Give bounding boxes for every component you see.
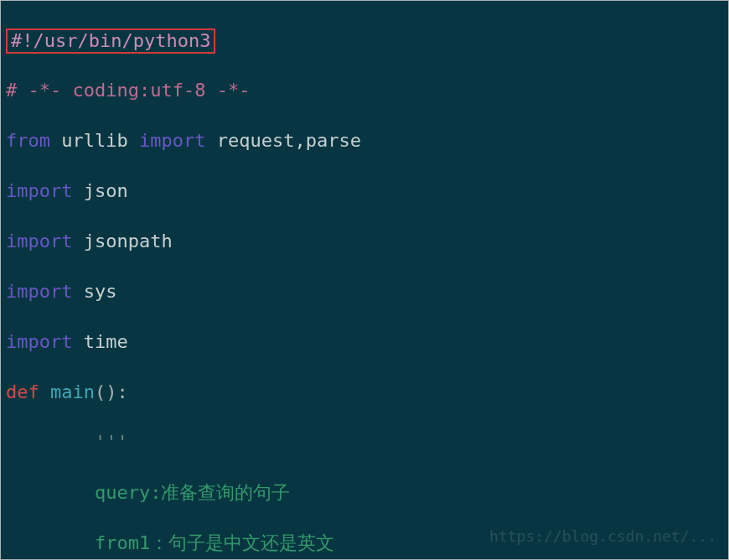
keyword-import: import (6, 231, 72, 251)
module-sys: sys (84, 281, 117, 302)
code-line: import json (6, 179, 725, 204)
module-time: time (84, 331, 128, 352)
keyword-import: import (6, 180, 72, 201)
docstring-open: ''' (6, 432, 128, 453)
keyword-import: import (6, 281, 72, 302)
coding-comment: # -*- coding:utf-8 -*- (6, 80, 250, 101)
code-line: # -*- coding:utf-8 -*- (6, 78, 725, 103)
keyword-import: import (139, 130, 205, 151)
keyword-import: import (6, 331, 72, 352)
code-line: from1：句子是中文还是英文 (6, 531, 725, 556)
docstring-line: query:准备查询的句子 (6, 482, 290, 503)
module-jsonpath: jsonpath (84, 231, 173, 251)
module-json: json (84, 180, 128, 201)
code-line: def main(): (6, 380, 725, 405)
docstring-line: from1：句子是中文还是英文 (6, 532, 334, 553)
keyword-def: def (6, 381, 39, 402)
code-line: import time (6, 329, 725, 355)
keyword-from: from (6, 130, 50, 151)
code-line: from urllib import request,parse (6, 128, 725, 153)
main-parens: (): (95, 381, 128, 402)
code-line: #!/usr/bin/python3 (6, 28, 725, 53)
func-main: main (50, 381, 95, 402)
code-line: ''' (6, 430, 725, 455)
module-urllib: urllib (61, 130, 127, 151)
shebang-highlight: #!/usr/bin/python3 (6, 29, 215, 54)
code-line: query:准备查询的句子 (6, 480, 725, 506)
import-names: request,parse (217, 130, 361, 151)
shebang-text: #!/usr/bin/python3 (11, 30, 210, 51)
code-line: import sys (6, 279, 725, 304)
code-editor[interactable]: #!/usr/bin/python3 # -*- coding:utf-8 -*… (0, 0, 729, 560)
code-line: import jsonpath (6, 229, 725, 254)
